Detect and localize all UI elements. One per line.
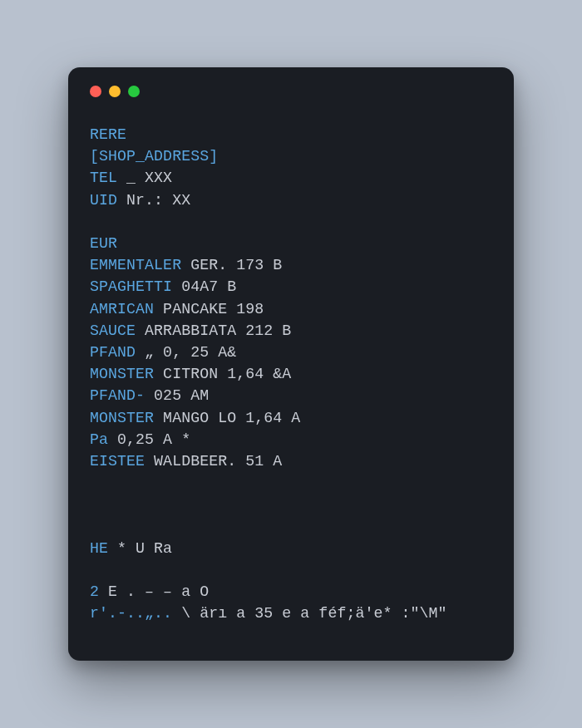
output-line: r'.-..„.. \ ärı a 35 e a féf;ä'e* :"\M" [90,603,492,624]
output-line [90,516,492,538]
line-rest: ARRABBIATA 212 B [136,322,291,339]
output-line: SPAGHETTI 04A7 B [90,276,492,298]
line-rest: 025 AM [145,387,209,404]
output-line: HE * U Ra [90,538,492,559]
output-line: RERE [90,124,492,145]
output-line [90,494,492,515]
line-key: r'.-..„.. [90,605,172,622]
output-line: 2 E . – – a O [90,581,492,603]
line-key: 2 [90,583,99,600]
titlebar [90,86,492,97]
line-rest: * U Ra [108,540,172,557]
terminal-window: RERE[SHOP_ADDRESS]TEL _ XXXUID Nr.: XX E… [68,67,514,661]
line-rest: E . – – a O [99,583,209,600]
line-rest: \ ärı a 35 e a féf;ä'e* :"\M" [172,605,446,622]
output-line: EUR [90,233,492,254]
line-key: SPAGHETTI [90,278,172,295]
line-key: RERE [90,126,126,143]
output-line [90,472,492,494]
line-key: EISTEE [90,453,145,470]
output-line: SAUCE ARRABBIATA 212 B [90,320,492,342]
output-line: TEL _ XXX [90,167,492,189]
output-line: PFAND „ 0, 25 A& [90,342,492,363]
line-key: MONSTER [90,366,154,382]
line-key: TEL [90,170,117,186]
line-rest: PANCAKE 198 [154,301,264,317]
line-key: UID [90,192,117,209]
terminal-content: RERE[SHOP_ADDRESS]TEL _ XXXUID Nr.: XX E… [90,124,492,625]
maximize-icon[interactable] [128,86,140,97]
line-rest: 04A7 B [172,278,236,295]
output-line: [SHOP_ADDRESS] [90,145,492,167]
line-key: PFAND- [90,387,145,404]
line-rest: _ XXX [117,170,172,186]
output-line: MONSTER MANGO LO 1,64 A [90,407,492,429]
line-rest: MANGO LO 1,64 A [154,410,300,426]
output-line: EMMENTALER GER. 173 B [90,254,492,276]
line-key: EUR [90,235,117,252]
line-rest: 0,25 A * [108,431,190,448]
line-key: EMMENTALER [90,257,181,273]
line-key: Pa [90,431,108,448]
line-rest: WALDBEER. 51 A [145,453,282,470]
line-key: PFAND [90,344,136,361]
output-line: AMRICAN PANCAKE 198 [90,298,492,320]
line-key: HE [90,540,108,557]
line-rest: „ 0, 25 A& [136,344,236,361]
close-icon[interactable] [90,86,101,97]
output-line: EISTEE WALDBEER. 51 A [90,450,492,472]
line-key: AMRICAN [90,301,154,317]
line-rest: CITRON 1,64 &A [154,366,291,382]
line-rest: Nr.: XX [117,192,190,209]
line-key: MONSTER [90,410,154,426]
line-rest: GER. 173 B [181,257,282,273]
output-line [90,211,492,233]
output-line [90,559,492,581]
output-line: UID Nr.: XX [90,189,492,211]
line-key: SAUCE [90,322,136,339]
output-line: MONSTER CITRON 1,64 &A [90,363,492,385]
output-line: Pa 0,25 A * [90,429,492,450]
output-line: PFAND- 025 AM [90,385,492,406]
minimize-icon[interactable] [109,86,121,97]
line-key: [SHOP_ADDRESS] [90,148,218,165]
